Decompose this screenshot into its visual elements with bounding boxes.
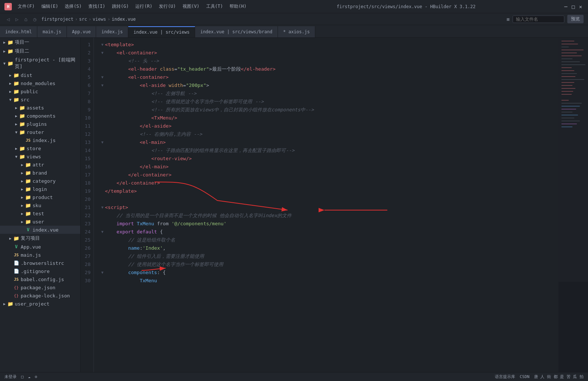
tree-arrow-icon[interactable]: ▶ — [13, 146, 19, 151]
sidebar-item-firstproject---[前端网页][interactable]: ▼📁firstproject - [前端网页] — [0, 55, 80, 71]
tree-arrow-icon[interactable]: ▶ — [13, 106, 19, 110]
filter-icon[interactable]: ≡ — [507, 16, 510, 22]
menu-tools[interactable]: 工具(T) — [203, 3, 226, 10]
sidebar-item-src[interactable]: ▼📁src — [0, 95, 80, 104]
sidebar-item-index.js[interactable]: JSindex.js — [0, 136, 80, 144]
tree-arrow-icon[interactable]: ▶ — [7, 90, 13, 94]
tree-arrow-icon[interactable]: ▶ — [7, 81, 13, 85]
tree-arrow-icon[interactable]: ▶ — [1, 40, 7, 44]
tree-arrow-icon[interactable]: ▼ — [1, 61, 7, 65]
menu-help[interactable]: 帮助(H) — [227, 3, 249, 10]
sidebar-item-dist[interactable]: ▶📁dist — [0, 71, 80, 79]
tab-app-vue[interactable]: App.vue — [67, 26, 96, 37]
sidebar-item-index.vue[interactable]: Vindex.vue — [0, 226, 80, 234]
sidebar-item-user_project[interactable]: ▶📁user_project — [0, 300, 80, 308]
code-line-20 — [100, 195, 558, 203]
menu-edit[interactable]: 编辑(E) — [38, 3, 61, 10]
sidebar-item-sku[interactable]: ▶📁sku — [0, 201, 80, 209]
sidebar-item-test[interactable]: ▶📁test — [0, 209, 80, 218]
sidebar-item-项目二[interactable]: ▶📁项目二 — [0, 47, 80, 55]
tree-arrow-icon[interactable]: ▼ — [13, 130, 19, 134]
breadcrumb-item-project[interactable]: firstproject — [41, 17, 74, 22]
tab-index-vue-brand[interactable]: index.vue | src/views/brand — [195, 26, 278, 37]
folder-icon: 📁 — [25, 202, 31, 208]
tab-index-vue-views[interactable]: index.vue | src/views — [128, 26, 195, 37]
minimize-button[interactable]: ─ — [563, 4, 569, 10]
tree-arrow-icon[interactable]: ▶ — [19, 203, 25, 208]
tree-arrow-icon[interactable]: ▶ — [19, 212, 25, 216]
sidebar-item-.browserslistrc[interactable]: 📄.browserslistrc — [0, 259, 80, 267]
nav-history-button[interactable]: ◷ — [31, 16, 38, 23]
menu-select[interactable]: 选择(S) — [62, 3, 85, 10]
code-editor[interactable]: 1234567891011121314151617181920212223242… — [81, 38, 588, 372]
code-line-13: ▼ <el-main> — [100, 138, 558, 146]
tab-axios-js[interactable]: * axios.js — [278, 26, 315, 37]
sidebar-item-package.json[interactable]: {}package.json — [0, 283, 80, 291]
tree-arrow-icon[interactable]: ▶ — [13, 122, 19, 126]
sidebar-item-babel.config.js[interactable]: JSbabel.config.js — [0, 275, 80, 283]
sidebar-item-复习项目[interactable]: ▶📁复习项目 — [0, 234, 80, 243]
tree-arrow-icon[interactable]: ▶ — [19, 163, 25, 167]
sidebar-tree: ▶📁项目一▶📁项目二▼📁firstproject - [前端网页]▶📁dist▶… — [0, 38, 80, 308]
tree-arrow-icon[interactable]: ▶ — [7, 73, 13, 77]
sidebar-item-node_modules[interactable]: ▶📁node_modules — [0, 79, 80, 87]
sidebar-item-项目一[interactable]: ▶📁项目一 — [0, 38, 80, 47]
tree-arrow-icon[interactable]: ▶ — [1, 49, 7, 53]
nav-home-button[interactable]: ⌂ — [22, 16, 30, 23]
sidebar-item-views[interactable]: ▼📁views — [0, 152, 80, 161]
sidebar-item-router[interactable]: ▼📁router — [0, 128, 80, 136]
menu-run[interactable]: 运行(R) — [132, 3, 155, 10]
tree-arrow-icon[interactable]: ▶ — [19, 187, 25, 191]
sidebar-item-category[interactable]: ▶📁category — [0, 177, 80, 185]
sidebar-item-.gitignore[interactable]: 📄.gitignore — [0, 267, 80, 275]
nav-back-button[interactable]: ◁ — [4, 16, 12, 23]
breadcrumb-item-views[interactable]: views — [93, 17, 106, 22]
tree-arrow-icon[interactable]: ▶ — [19, 179, 25, 183]
status-icon-1[interactable]: □ — [21, 374, 24, 379]
sidebar-item-user[interactable]: ▶📁user — [0, 218, 80, 226]
menu-goto[interactable]: 跳转(G) — [109, 3, 132, 10]
breadcrumb-item-src[interactable]: src — [79, 17, 87, 22]
menu-file[interactable]: 文件(F) — [15, 3, 38, 10]
menu-view[interactable]: 视图(V) — [180, 3, 203, 10]
menu-publish[interactable]: 发行(U) — [156, 3, 179, 10]
tree-item-label: store — [27, 146, 79, 151]
code-content[interactable]: ▼<template>▼ <el-container> <!-- 头 --> <… — [94, 38, 558, 372]
tab-index-html[interactable]: index.html — [0, 26, 37, 37]
tree-arrow-icon[interactable]: ▼ — [7, 98, 13, 102]
login-status[interactable]: 未登录 — [4, 374, 17, 380]
tree-arrow-icon[interactable]: ▶ — [13, 114, 19, 118]
maximize-button[interactable]: □ — [570, 4, 576, 10]
breadcrumb-item-file[interactable]: index.vue — [112, 17, 136, 22]
tree-arrow-icon[interactable]: ▶ — [19, 171, 25, 175]
close-button[interactable]: ✕ — [578, 4, 584, 10]
tree-arrow-icon[interactable]: ▶ — [19, 195, 25, 199]
sidebar-item-plugins[interactable]: ▶📁plugins — [0, 120, 80, 128]
preview-button[interactable]: 预览 — [567, 15, 584, 23]
sidebar-item-store[interactable]: ▶📁store — [0, 144, 80, 152]
tree-item-label: user — [33, 219, 79, 225]
sidebar-item-main.js[interactable]: JSmain.js — [0, 251, 80, 259]
sidebar-item-attr[interactable]: ▶📁attr — [0, 161, 80, 169]
status-bar-right: 语言提示库 CSDN 唐 人 街 都 是 苦 瓜 拍 — [495, 374, 584, 380]
tab-main-js[interactable]: main.js — [37, 26, 67, 37]
sidebar-item-brand[interactable]: ▶📁brand — [0, 169, 80, 177]
tree-arrow-icon[interactable]: ▶ — [19, 220, 25, 224]
sidebar-item-public[interactable]: ▶📁public — [0, 87, 80, 95]
tab-index-js[interactable]: index.js — [96, 26, 128, 37]
sidebar-item-assets[interactable]: ▶📁assets — [0, 104, 80, 112]
sidebar-item-App.vue[interactable]: VApp.vue — [0, 243, 80, 251]
folder-icon: 📁 — [25, 186, 31, 192]
file-search-input[interactable] — [513, 16, 564, 23]
status-icon-3[interactable]: ⊙ — [35, 374, 37, 379]
sidebar-item-login[interactable]: ▶📁login — [0, 185, 80, 193]
menu-find[interactable]: 查找(I) — [85, 3, 108, 10]
nav-forward-button[interactable]: ▷ — [13, 16, 21, 23]
tree-arrow-icon[interactable]: ▶ — [1, 302, 7, 306]
sidebar-item-package-lock.json[interactable]: {}package-lock.json — [0, 291, 80, 300]
tree-arrow-icon[interactable]: ▼ — [13, 155, 19, 159]
tree-arrow-icon[interactable]: ▶ — [7, 236, 13, 240]
status-icon-2[interactable]: ☁ — [28, 374, 31, 379]
sidebar-item-product[interactable]: ▶📁product — [0, 193, 80, 201]
sidebar-item-components[interactable]: ▶📁components — [0, 112, 80, 120]
